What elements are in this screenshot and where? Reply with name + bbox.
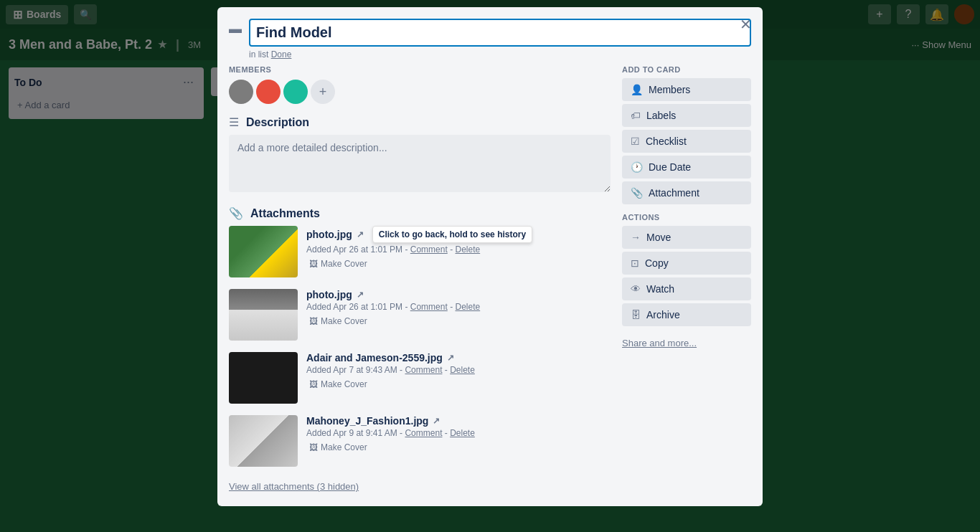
attachment-item-1: photo.jpg ↗ Click to go back, hold to se… [229,226,611,277]
delete-link-4[interactable]: Delete [450,428,475,438]
attachment-meta-2: Added Apr 26 at 1:01 PM - Comment - Dele… [306,302,611,312]
modal-sidebar: ADD TO CARD 👤 Members 🏷 Labels ☑ Checkli… [622,65,751,495]
add-member-button[interactable]: + [311,80,335,104]
move-btn-label: Move [646,232,671,243]
attachment-name-1: photo.jpg ↗ Click to go back, hold to se… [306,226,611,243]
attachment-thumb-4[interactable] [229,415,298,467]
attachment-item-4: Mahoney_J_Fashion1.jpg ↗ Added Apr 9 at … [229,415,611,467]
watch-btn-label: Watch [646,283,674,295]
make-cover-button-4[interactable]: 🖼 Make Cover [306,441,370,454]
delete-label-2: Delete [455,302,480,312]
copy-btn-label: Copy [645,257,669,269]
delete-link-3[interactable]: Delete [450,365,475,375]
card-title-input[interactable] [249,19,751,47]
members-label: MEMBERS [229,65,611,74]
attachment-meta-3: Added Apr 7 at 9:43 AM - Comment - Delet… [306,365,611,375]
make-cover-label-3: Make Cover [321,379,367,389]
description-icon: ☰ [229,115,239,129]
attachment-icon: 📎 [229,206,243,220]
actions-label: ACTIONS [622,213,751,222]
comment-label-4: Comment [405,428,442,438]
members-sidebar-button[interactable]: 👤 Members [622,78,751,101]
attachment-filename-1: photo.jpg [306,229,352,240]
checklist-sidebar-button[interactable]: ☑ Checklist [622,130,751,153]
attachment-filename-4: Mahoney_J_Fashion1.jpg [306,415,428,427]
due-date-btn-label: Due Date [649,161,691,173]
archive-btn-label: Archive [646,309,680,320]
list-info-prefix: in list [249,49,268,60]
person-icon: 👤 [631,84,643,95]
share-and-more-button[interactable]: Share and more... [622,335,697,351]
comment-link-2[interactable]: Comment [410,302,448,312]
attachment-info-3: Adair and Jameson-2559.jpg ↗ Added Apr 7… [306,352,611,391]
attachment-name-4: Mahoney_J_Fashion1.jpg ↗ [306,415,611,427]
list-name-link[interactable]: Done [271,49,292,60]
attachment-sidebar-button[interactable]: 📎 Attachment [622,181,751,204]
attachment-filename-3: Adair and Jameson-2559.jpg [306,352,443,364]
attachment-thumb-1[interactable] [229,226,298,277]
view-all-label: View all attachments (3 hidden) [229,481,359,492]
add-to-card-label: ADD TO CARD [622,65,751,74]
external-link-icon-1: ↗ [357,229,364,239]
comment-link-3[interactable]: Comment [405,365,442,375]
card-header-icon: ▬ [229,22,242,37]
archive-action-button[interactable]: 🗄 Archive [622,303,751,326]
view-all-attachments-button[interactable]: View all attachments (3 hidden) [229,478,359,495]
labels-btn-label: Labels [646,110,676,121]
copy-icon: ⊡ [631,257,639,269]
external-link-icon-3: ↗ [447,353,454,363]
description-title: Description [246,116,309,129]
labels-sidebar-button[interactable]: 🏷 Labels [622,104,751,127]
modal-main: MEMBERS + ☰ Description [229,65,622,495]
card-list-info: in list Done [249,49,751,60]
checklist-icon: ☑ [631,136,640,147]
attachment-thumb-3[interactable] [229,352,298,404]
attachment-date-1: Added Apr 26 at 1:01 PM [306,244,402,255]
member-avatar-3[interactable] [283,80,308,104]
image-icon-4: 🖼 [309,442,318,452]
make-cover-label-1: Make Cover [321,259,367,269]
share-section: Share and more... [622,335,751,351]
modal-close-button[interactable]: ✕ [735,14,755,34]
watch-action-button[interactable]: 👁 Watch [622,277,751,300]
comment-label-3: Comment [405,365,442,375]
tooltip-text-1: Click to go back, hold to see history [379,229,526,239]
image-icon-3: 🖼 [309,379,318,389]
comment-link-4[interactable]: Comment [405,428,442,438]
modal-header-content: in list Done [249,19,751,60]
make-cover-button-3[interactable]: 🖼 Make Cover [306,378,370,391]
move-icon: → [631,232,641,243]
image-icon-2: 🖼 [309,316,318,326]
due-date-sidebar-button[interactable]: 🕐 Due Date [622,156,751,179]
paperclip-icon: 📎 [631,187,643,199]
modal-overlay[interactable]: ✕ ▬ in list Done MEMBERS [0,0,980,532]
delete-link-2[interactable]: Delete [455,302,480,312]
list-name: Done [271,49,292,60]
delete-label-3: Delete [450,365,475,375]
external-link-icon-2: ↗ [357,290,364,300]
comment-link-1[interactable]: Comment [410,244,448,255]
external-link-icon-4: ↗ [433,416,440,426]
share-label: Share and more... [622,338,697,348]
attachment-tooltip-1: Click to go back, hold to see history [372,226,532,243]
attachment-item-3: Adair and Jameson-2559.jpg ↗ Added Apr 7… [229,352,611,404]
member-avatar-2[interactable] [256,80,281,104]
copy-action-button[interactable]: ⊡ Copy [622,252,751,275]
attachment-name-3: Adair and Jameson-2559.jpg ↗ [306,352,611,364]
attachment-date-3: Added Apr 7 at 9:43 AM [306,365,397,375]
checklist-btn-label: Checklist [646,136,687,147]
comment-label-2: Comment [410,302,448,312]
description-textarea[interactable] [229,135,611,192]
clock-icon: 🕐 [631,161,643,173]
member-avatar-1[interactable] [229,80,253,104]
make-cover-button-1[interactable]: 🖼 Make Cover [306,257,370,270]
move-action-button[interactable]: → Move [622,226,751,249]
modal-header: ▬ in list Done [217,7,763,65]
make-cover-label-2: Make Cover [321,316,367,326]
delete-link-1[interactable]: Delete [455,244,480,255]
attachment-thumb-2[interactable] [229,289,298,341]
make-cover-button-2[interactable]: 🖼 Make Cover [306,315,370,328]
delete-label-1: Delete [455,244,480,255]
modal-body: MEMBERS + ☰ Description [217,65,763,506]
attachment-name-2: photo.jpg ↗ [306,289,611,300]
